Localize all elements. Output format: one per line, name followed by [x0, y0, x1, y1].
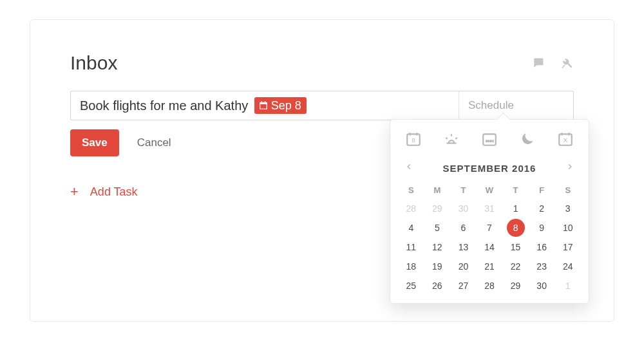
no-date-icon[interactable]: X — [554, 129, 577, 149]
calendar-day[interactable]: 7 — [477, 218, 503, 237]
calendar-day[interactable]: 31 — [477, 199, 503, 218]
chevron-right-icon — [565, 162, 574, 171]
svg-point-4 — [488, 140, 489, 142]
calendar-day[interactable]: 23 — [529, 257, 555, 276]
night-icon[interactable] — [516, 129, 539, 149]
calendar-day[interactable]: 10 — [554, 218, 581, 237]
calendar-day[interactable]: 21 — [477, 257, 503, 276]
date-picker-popover: 8 X SEPTEMBER 2016 SMTWTFS 2829303112345… — [390, 119, 589, 304]
calendar-day[interactable]: 29 — [424, 199, 451, 218]
calendar-day[interactable]: 28 — [398, 199, 424, 218]
calendar-day[interactable]: 17 — [554, 237, 581, 257]
calendar-day[interactable]: 30 — [529, 276, 555, 295]
calendar-day[interactable]: 9 — [529, 218, 555, 237]
next-week-icon[interactable] — [478, 129, 501, 149]
dow-label: F — [529, 181, 555, 199]
calendar-week: 18192021222324 — [390, 257, 589, 276]
svg-point-5 — [490, 140, 491, 142]
calendar-day[interactable]: 18 — [398, 257, 424, 276]
calendar-week: 11121314151617 — [390, 237, 589, 257]
dow-label: S — [554, 181, 581, 199]
cancel-button[interactable]: Cancel — [137, 136, 171, 149]
page-title: Inbox — [70, 52, 117, 74]
calendar-day[interactable]: 24 — [554, 257, 581, 276]
dow-label: S — [398, 181, 424, 199]
calendar-week: 2526272829301 — [390, 276, 589, 295]
next-month-button[interactable] — [563, 160, 577, 176]
month-nav-row: SEPTEMBER 2016 — [390, 156, 589, 179]
task-input[interactable]: Book flights for me and Kathy Sep 8 — [71, 91, 459, 120]
svg-text:8: 8 — [412, 136, 415, 144]
dow-label: W — [477, 181, 503, 199]
task-date-chip[interactable]: Sep 8 — [254, 97, 307, 114]
sunrise-icon[interactable] — [440, 129, 463, 149]
calendar-day[interactable]: 1 — [502, 199, 529, 218]
calendar-week: 45678910 — [390, 218, 589, 237]
tools-icon[interactable] — [560, 57, 574, 70]
header-icons — [531, 57, 574, 70]
calendar-day[interactable]: 1 — [554, 276, 581, 295]
calendar-day[interactable]: 28 — [477, 276, 503, 295]
svg-point-3 — [486, 140, 488, 142]
calendar-grid: 2829303112345678910111213141516171819202… — [390, 199, 589, 303]
month-label: SEPTEMBER 2016 — [443, 163, 536, 174]
calendar-day[interactable]: 6 — [450, 218, 477, 237]
calendar-day[interactable]: 14 — [477, 237, 503, 257]
save-button[interactable]: Save — [70, 129, 119, 156]
calendar-day[interactable]: 12 — [424, 237, 451, 257]
header-row: Inbox — [70, 52, 574, 74]
calendar-day[interactable]: 15 — [502, 237, 529, 257]
day-of-week-header: SMTWTFS — [390, 181, 589, 199]
calendar-day[interactable]: 29 — [502, 276, 529, 295]
svg-rect-2 — [483, 134, 496, 145]
task-input-row: Book flights for me and Kathy Sep 8 Sche… — [70, 91, 574, 120]
calendar-day[interactable]: 4 — [398, 218, 424, 237]
schedule-placeholder: Schedule — [468, 99, 514, 112]
comment-icon[interactable] — [531, 57, 545, 70]
task-text: Book flights for me and Kathy — [80, 98, 252, 113]
calendar-day[interactable]: 11 — [398, 237, 424, 257]
calendar-day[interactable]: 13 — [450, 237, 477, 257]
calendar-day[interactable]: 8 — [502, 218, 529, 237]
calendar-icon — [258, 100, 269, 111]
dow-label: M — [424, 181, 451, 199]
calendar-day[interactable]: 26 — [424, 276, 451, 295]
calendar-day[interactable]: 3 — [554, 199, 581, 218]
dow-label: T — [502, 181, 529, 199]
calendar-day[interactable]: 22 — [502, 257, 529, 276]
schedule-field[interactable]: Schedule — [459, 91, 573, 120]
calendar-day[interactable]: 20 — [450, 257, 477, 276]
plus-icon: + — [70, 185, 79, 199]
quick-date-row: 8 X — [390, 120, 589, 156]
calendar-day[interactable]: 27 — [450, 276, 477, 295]
add-task-label: Add Task — [90, 185, 138, 199]
calendar-day[interactable]: 30 — [450, 199, 477, 218]
svg-text:X: X — [564, 136, 568, 144]
calendar-day[interactable]: 2 — [529, 199, 555, 218]
dow-label: T — [450, 181, 477, 199]
today-icon[interactable]: 8 — [402, 129, 425, 149]
calendar-day[interactable]: 5 — [424, 218, 451, 237]
calendar-week: 28293031123 — [390, 199, 589, 218]
task-date-chip-label: Sep 8 — [271, 100, 301, 111]
calendar-day[interactable]: 19 — [424, 257, 451, 276]
calendar-day[interactable]: 16 — [529, 237, 555, 257]
chevron-left-icon — [404, 162, 413, 171]
prev-month-button[interactable] — [402, 160, 416, 176]
calendar-day[interactable]: 25 — [398, 276, 424, 295]
